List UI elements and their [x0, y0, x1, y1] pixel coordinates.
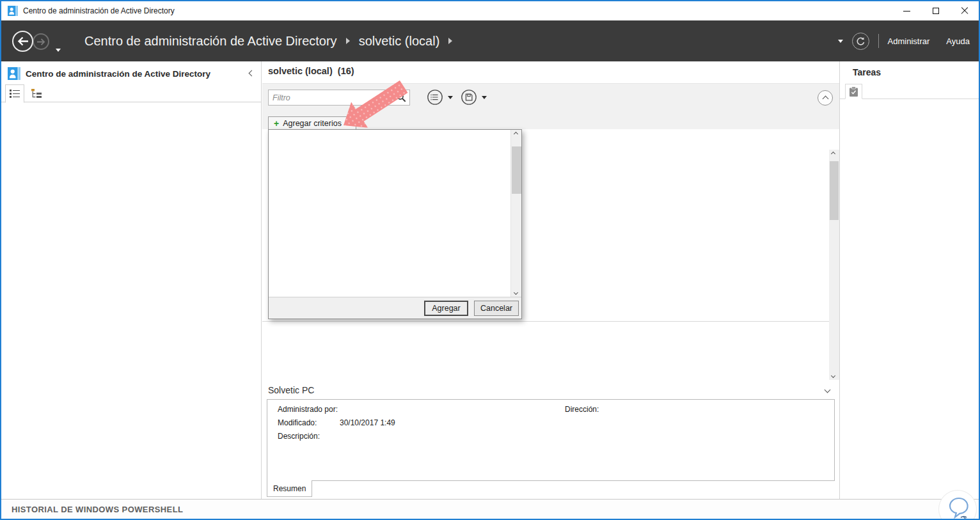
minimize-button[interactable]	[892, 1, 921, 20]
tasks-pane: Tareas	[839, 61, 979, 499]
close-icon	[961, 7, 968, 15]
close-button[interactable]	[950, 1, 979, 20]
details-panel: Administrado por: Dirección: Modificado:…	[267, 399, 835, 481]
nav-divider	[878, 34, 879, 48]
list-header: solvetic (local) (16)	[268, 66, 354, 76]
managed-by-label: Administrado por:	[278, 405, 338, 414]
filter-toolbar: + Agregar criterios	[262, 83, 839, 129]
summary-tab-label: Resumen	[273, 484, 306, 493]
back-arrow-icon	[17, 36, 29, 47]
criteria-list	[269, 130, 512, 298]
scroll-thumb[interactable]	[512, 146, 521, 194]
scroll-down-icon[interactable]	[831, 374, 835, 378]
list-header-title: solvetic (local)	[268, 66, 333, 76]
tasks-tab-row	[840, 83, 979, 99]
scroll-up-icon[interactable]	[831, 152, 835, 156]
breadcrumb-node[interactable]: solvetic (local)	[359, 34, 440, 49]
manage-menu[interactable]: Administrar	[888, 36, 930, 46]
refresh-icon	[856, 36, 865, 46]
breadcrumb-separator-icon[interactable]	[448, 38, 452, 44]
nav-history-caret-icon[interactable]	[56, 49, 61, 52]
sidebar-title: Centro de administración de Active Direc…	[26, 69, 210, 79]
object-list	[262, 321, 829, 322]
app-icon	[8, 6, 18, 16]
forward-button[interactable]	[33, 33, 49, 50]
scroll-thumb[interactable]	[830, 161, 839, 220]
filter-input[interactable]	[269, 93, 397, 102]
back-button[interactable]	[12, 31, 33, 52]
scroll-up-icon[interactable]	[514, 132, 518, 136]
chevron-up-icon	[822, 96, 828, 102]
nav-dropdown-caret-icon[interactable]	[838, 40, 843, 43]
list-view-icon	[10, 89, 20, 98]
breadcrumb-root[interactable]: Centro de administración de Active Direc…	[84, 34, 337, 49]
forward-arrow-icon	[36, 38, 46, 46]
adac-window: Centro de administración de Active Direc…	[0, 0, 980, 520]
sidebar-collapse-icon[interactable]	[249, 70, 255, 77]
filter-box	[268, 90, 410, 106]
breadcrumb: Centro de administración de Active Direc…	[84, 20, 452, 61]
list-header-count: (16)	[338, 66, 354, 76]
dropdown-button-row: Agregar Cancelar	[269, 297, 521, 319]
agregar-button[interactable]: Agregar	[424, 301, 468, 316]
help-menu[interactable]: Ayuda	[946, 36, 970, 46]
refresh-button[interactable]	[852, 33, 869, 50]
add-criteria-label: Agregar criterios	[283, 119, 342, 128]
modified-label: Modificado:	[278, 418, 317, 427]
description-label: Descripción:	[278, 432, 320, 441]
maximize-button[interactable]	[921, 1, 950, 20]
powershell-history-label: HISTORIAL DE WINDOWS POWERSHELL	[12, 505, 183, 514]
navigation-sidebar: Centro de administración de Active Direc…	[1, 61, 262, 499]
address-label: Dirección:	[565, 405, 599, 414]
main-content: solvetic (local) (16)	[262, 61, 839, 499]
modified-value: 30/10/2017 1:49	[340, 418, 395, 427]
details-collapse-icon[interactable]	[825, 387, 831, 393]
search-icon[interactable]	[397, 93, 406, 102]
breadcrumb-separator-icon	[346, 38, 350, 44]
window-title: Centro de administración de Active Direc…	[23, 6, 175, 15]
plus-icon: +	[274, 119, 279, 128]
sidebar-view-tabs	[1, 84, 261, 102]
minimize-icon	[903, 11, 910, 12]
adac-logo-icon	[8, 67, 20, 80]
summary-tab[interactable]: Resumen	[267, 480, 312, 497]
flat-list-view-tab[interactable]	[5, 84, 24, 103]
cancelar-button[interactable]: Cancelar	[474, 301, 519, 316]
add-criteria-button[interactable]: + Agregar criterios	[268, 116, 356, 130]
add-criteria-caret-icon	[345, 122, 351, 125]
maximize-icon	[933, 8, 939, 14]
save-query-caret-icon[interactable]	[482, 96, 487, 99]
criteria-dropdown: Agregar Cancelar	[268, 129, 522, 319]
dropdown-scrollbar[interactable]	[510, 130, 521, 298]
view-options-button[interactable]	[427, 89, 443, 106]
tasks-title: Tareas	[853, 67, 881, 77]
save-query-button[interactable]	[461, 89, 477, 106]
solvetic-watermark-logo	[939, 491, 976, 520]
tree-view-icon	[31, 89, 42, 98]
clipboard-icon	[849, 86, 858, 97]
navigation-bar: Centro de administración de Active Direc…	[1, 20, 979, 61]
scroll-down-icon[interactable]	[514, 290, 518, 295]
powershell-history-bar[interactable]: HISTORIAL DE WINDOWS POWERSHELL	[1, 499, 979, 519]
save-icon	[461, 89, 477, 106]
list-scrollbar[interactable]	[829, 150, 839, 380]
tasks-tab[interactable]	[845, 84, 862, 99]
collapse-filter-button[interactable]	[818, 90, 833, 106]
tree-view-tab[interactable]	[27, 84, 46, 102]
view-options-caret-icon[interactable]	[448, 96, 453, 99]
details-title: Solvetic PC	[268, 385, 314, 395]
title-bar: Centro de administración de Active Direc…	[1, 1, 979, 20]
columns-icon	[427, 89, 443, 106]
